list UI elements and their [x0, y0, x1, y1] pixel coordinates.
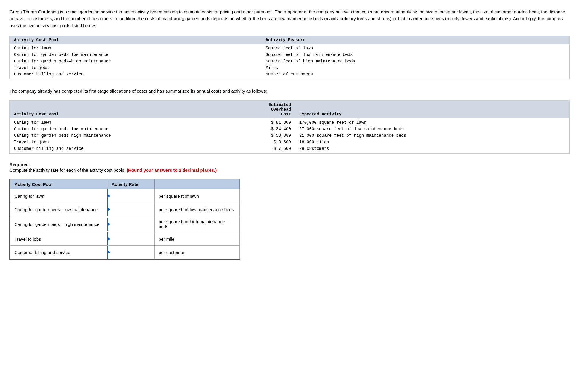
table2-col3-header: Expected Activity: [295, 101, 569, 118]
activity-cell: 21,000 square feet of high maintenance b…: [295, 132, 569, 139]
table-row: Travel to jobs $ 3,600 18,000 miles: [10, 139, 569, 145]
table-row: Customer billing and service $ 7,500 28 …: [10, 145, 569, 153]
cost-cell: $ 58,380: [222, 132, 295, 139]
measure-cell: Square feet of low maintenance beds: [262, 52, 570, 58]
table-row: Caring for garden beds—low maintenance $…: [10, 126, 569, 132]
pool-cell: Caring for garden beds—high maintenance: [10, 132, 222, 139]
activity-rate-answer-table: Activity Cost Pool Activity Rate Caring …: [9, 179, 240, 260]
rate-cell[interactable]: [107, 189, 154, 203]
rate-cell[interactable]: [107, 232, 154, 246]
pool-cell: Caring for garden beds—high maintenance: [10, 58, 262, 65]
cost-cell: $ 3,600: [222, 139, 295, 145]
unit-cell: per square ft of high maintenance beds: [154, 216, 239, 232]
pool-cell: Caring for garden beds—low maintenance: [10, 52, 262, 58]
activity-cell: 170,000 square feet of lawn: [295, 118, 569, 126]
pool-cell: Travel to jobs: [10, 232, 107, 246]
activity-cost-pool-table1: Activity Cost Pool Activity Measure Cari…: [9, 36, 570, 79]
pool-cell: Customer billing and service: [10, 246, 107, 259]
pool-cell: Caring for garden beds—high maintenance: [10, 216, 107, 232]
rate-input[interactable]: [107, 232, 154, 245]
required-label: Required:: [9, 162, 570, 167]
pool-cell: Customer billing and service: [10, 145, 222, 153]
activity-cell: 28 customers: [295, 145, 569, 153]
activity-cell: 27,000 square feet of low maintenance be…: [295, 126, 569, 132]
measure-cell: Square feet of lawn: [262, 44, 570, 52]
rate-input[interactable]: [107, 203, 154, 216]
rate-input[interactable]: [107, 189, 154, 203]
pool-cell: Caring for garden beds—low maintenance: [10, 126, 222, 132]
table3-col3-header: [154, 179, 239, 189]
rate-input[interactable]: [107, 246, 154, 259]
activity-cell: 18,000 miles: [295, 139, 569, 145]
table-row: Caring for garden beds—high maintenance …: [10, 132, 569, 139]
table-row: Travel to jobs Miles: [10, 65, 569, 71]
pool-cell: Caring for lawn: [10, 44, 262, 52]
table-row: Caring for garden beds—low maintenance S…: [10, 52, 569, 58]
arrow-indicator: [107, 194, 110, 198]
table-row: Caring for lawn Square feet of lawn: [10, 44, 569, 52]
unit-cell: per mile: [154, 232, 239, 246]
measure-cell: Number of customers: [262, 71, 570, 79]
unit-cell: per square ft of lawn: [154, 189, 239, 203]
pool-cell: Caring for lawn: [10, 118, 222, 126]
table-row: Caring for lawn per square ft of lawn: [10, 189, 240, 203]
table-row: Travel to jobs per mile: [10, 232, 240, 246]
measure-cell: Square feet of high maintenance beds: [262, 58, 570, 65]
rate-input[interactable]: [107, 218, 154, 231]
table1-col1-header: Activity Cost Pool: [10, 36, 262, 44]
rate-cell[interactable]: [107, 246, 154, 259]
table-row: Caring for garden beds—high maintenance …: [10, 216, 240, 232]
arrow-indicator: [107, 237, 110, 241]
table-row: Caring for lawn $ 81,800 170,000 square …: [10, 118, 569, 126]
table3-col1-header: Activity Cost Pool: [10, 179, 107, 189]
arrow-indicator: [107, 207, 110, 211]
cost-cell: $ 7,500: [222, 145, 295, 153]
pool-cell: Travel to jobs: [10, 139, 222, 145]
table1-col2-header: Activity Measure: [262, 36, 570, 44]
table-row: Customer billing and service per custome…: [10, 246, 240, 259]
table-row: Customer billing and service Number of c…: [10, 71, 569, 79]
table-row: Caring for garden beds—low maintenance p…: [10, 203, 240, 216]
cost-cell: $ 34,400: [222, 126, 295, 132]
measure-cell: Miles: [262, 65, 570, 71]
arrow-indicator: [107, 222, 110, 226]
arrow-indicator: [107, 250, 110, 254]
pool-cell: Caring for lawn: [10, 189, 107, 203]
table3-col2-header: Activity Rate: [107, 179, 154, 189]
unit-cell: per customer: [154, 246, 239, 259]
rate-cell[interactable]: [107, 203, 154, 216]
cost-cell: $ 81,800: [222, 118, 295, 126]
instruction-bold: (Round your answers to 2 decimal places.…: [127, 168, 217, 173]
intro-paragraph: Green Thumb Gardening is a small gardeni…: [9, 8, 570, 29]
table2-col2-header: Estimated Overhead Cost: [222, 101, 295, 118]
pool-cell: Caring for garden beds—low maintenance: [10, 203, 107, 216]
instruction-plain: Compute the activity rate for each of th…: [9, 168, 127, 173]
table2-col1-header: Activity Cost Pool: [10, 101, 222, 118]
required-instruction: Compute the activity rate for each of th…: [9, 168, 570, 173]
rate-cell[interactable]: [107, 216, 154, 232]
table-row: Caring for garden beds—high maintenance …: [10, 58, 569, 65]
pool-cell: Customer billing and service: [10, 71, 262, 79]
pool-cell: Travel to jobs: [10, 65, 262, 71]
unit-cell: per square ft of low maintenance beds: [154, 203, 239, 216]
activity-cost-summary-table2: Activity Cost Pool Estimated Overhead Co…: [9, 100, 570, 154]
between-text: The company already has completed its fi…: [9, 88, 570, 94]
